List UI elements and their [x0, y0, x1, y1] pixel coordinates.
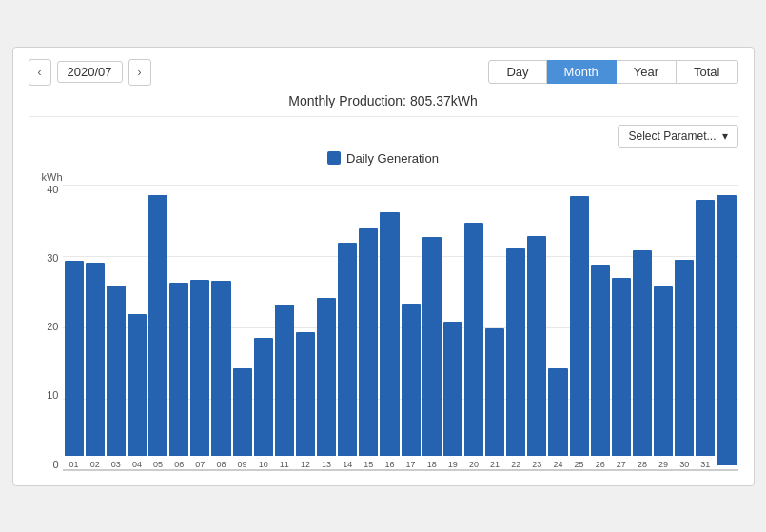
bar: [696, 200, 715, 456]
bar-day-label: 06: [174, 460, 184, 469]
bar: [548, 368, 567, 456]
production-subtitle: Monthly Production: 805.37kWh: [29, 93, 738, 117]
y-axis-container: kWh 40 30 20 10 0: [29, 171, 63, 470]
bar: [359, 228, 378, 456]
bar: [422, 237, 442, 456]
bar: [402, 304, 421, 456]
bar: [233, 368, 252, 456]
y-label-40: 40: [47, 185, 58, 195]
bar-col: 09: [233, 368, 252, 469]
bar-col: 06: [169, 283, 188, 469]
bar: [633, 250, 652, 456]
tab-month[interactable]: Month: [547, 60, 617, 84]
bar-day-label: 01: [69, 460, 79, 469]
legend-label: Daily Generation: [346, 151, 439, 166]
bar-day-label: 24: [553, 460, 562, 469]
bar-day-label: 22: [511, 460, 520, 469]
bar-day-label: 14: [343, 460, 352, 469]
bar-col: 14: [338, 243, 357, 469]
bar: [296, 332, 315, 456]
bar-day-label: 13: [322, 460, 331, 469]
main-card: ‹ 2020/07 › Day Month Year Total Monthly…: [12, 47, 755, 486]
bar: [570, 196, 589, 456]
bar-day-label: 30: [679, 460, 689, 469]
bar-col: 10: [254, 338, 273, 469]
chart-inner: 0102030405060708091011121314151617181920…: [63, 185, 738, 470]
bar: [612, 278, 631, 456]
bar-col: 22: [506, 248, 525, 469]
bar: [654, 286, 673, 456]
bar-col: 31: [696, 200, 715, 469]
next-button[interactable]: ›: [128, 59, 151, 86]
legend-color-box: [327, 151, 341, 165]
tab-day[interactable]: Day: [488, 60, 546, 84]
bar: [65, 261, 84, 456]
bar: [275, 305, 294, 456]
bar-col: 27: [612, 278, 631, 469]
param-row: Select Paramet... ▾: [29, 125, 738, 148]
bar-day-label: 19: [448, 460, 458, 469]
bar-day-label: 25: [575, 460, 584, 469]
y-label-10: 10: [47, 390, 58, 401]
bars-container: 0102030405060708091011121314151617181920…: [63, 185, 738, 470]
bar: [485, 328, 504, 456]
date-display: 2020/07: [57, 61, 123, 83]
bar-day-label: 05: [153, 460, 163, 469]
y-unit-label: kWh: [42, 171, 63, 183]
chevron-down-icon: ▾: [722, 129, 728, 143]
bar-day-label: 03: [111, 460, 121, 469]
y-label-20: 20: [47, 322, 58, 332]
y-label-30: 30: [47, 253, 58, 264]
bar-col: 25: [570, 196, 589, 469]
bar-col: 16: [380, 212, 399, 469]
bar-day-label: 12: [301, 460, 310, 469]
bar-day-label: 16: [384, 460, 394, 469]
bar-col: 08: [211, 281, 230, 469]
bar-day-label: 20: [469, 460, 479, 469]
tab-year[interactable]: Year: [617, 60, 677, 84]
bar: [107, 286, 126, 456]
bar-day-label: 17: [406, 460, 416, 469]
bar-col: 19: [443, 322, 462, 469]
bar-day-label: 08: [216, 460, 226, 469]
bar: [190, 280, 209, 456]
bar-col: 24: [548, 368, 567, 469]
bar-day-label: 18: [427, 460, 437, 469]
bar: [86, 263, 105, 456]
bar-col: 01: [65, 261, 84, 469]
bar-day-label: 07: [195, 460, 205, 469]
bar-col: 12: [296, 332, 315, 469]
bar-day-label: 23: [532, 460, 541, 469]
bar: [527, 236, 546, 456]
bar-col: 23: [527, 236, 546, 469]
y-label-0: 0: [52, 460, 58, 470]
bar: [443, 322, 462, 456]
tab-group: Day Month Year Total: [488, 60, 737, 84]
y-axis: 40 30 20 10 0: [47, 185, 62, 470]
bar-col: [717, 195, 736, 469]
bar-col: 04: [128, 314, 147, 469]
bar: [675, 260, 694, 456]
bar-day-label: 02: [90, 460, 100, 469]
bar: [169, 283, 188, 456]
bar-day-label: 27: [617, 460, 626, 469]
bar-col: 30: [675, 260, 694, 469]
prev-button[interactable]: ‹: [29, 59, 51, 86]
bar-day-label: 26: [596, 460, 605, 469]
select-param-button[interactable]: Select Paramet... ▾: [618, 125, 737, 148]
bar-col: 29: [654, 286, 673, 469]
bar: [338, 243, 357, 456]
bar-col: 18: [422, 237, 442, 469]
bar: [717, 195, 736, 465]
tab-total[interactable]: Total: [677, 60, 737, 84]
select-param-label: Select Paramet...: [628, 129, 716, 143]
bar-col: 02: [86, 263, 105, 469]
bar: [380, 212, 399, 456]
nav-group: ‹ 2020/07 ›: [29, 59, 151, 86]
bar-col: 11: [275, 305, 294, 469]
bar-col: 17: [402, 304, 421, 469]
bar-day-label: 04: [132, 460, 142, 469]
bar-day-label: 28: [638, 460, 647, 469]
bar: [464, 223, 483, 456]
bar-day-label: 29: [658, 460, 668, 469]
